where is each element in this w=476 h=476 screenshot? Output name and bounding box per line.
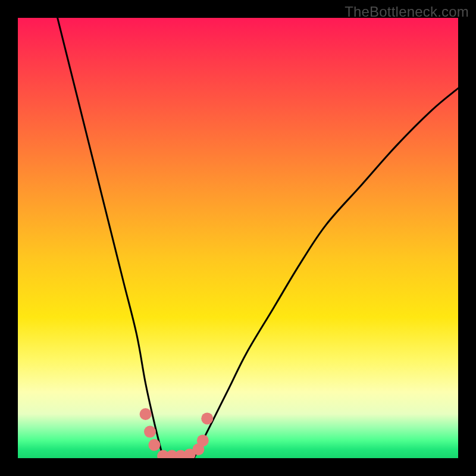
highlight-dot bbox=[197, 434, 209, 446]
curve-layer bbox=[18, 18, 458, 458]
curve-group bbox=[58, 18, 458, 458]
dot-group bbox=[140, 408, 214, 458]
highlight-dot bbox=[144, 426, 156, 438]
highlight-dot bbox=[140, 408, 152, 420]
highlight-dot bbox=[201, 412, 213, 424]
plot-area bbox=[18, 18, 458, 458]
series-right-branch bbox=[194, 88, 458, 458]
series-left-branch bbox=[58, 18, 164, 458]
highlight-dot bbox=[148, 439, 160, 451]
chart-frame: TheBottleneck.com bbox=[0, 0, 476, 476]
